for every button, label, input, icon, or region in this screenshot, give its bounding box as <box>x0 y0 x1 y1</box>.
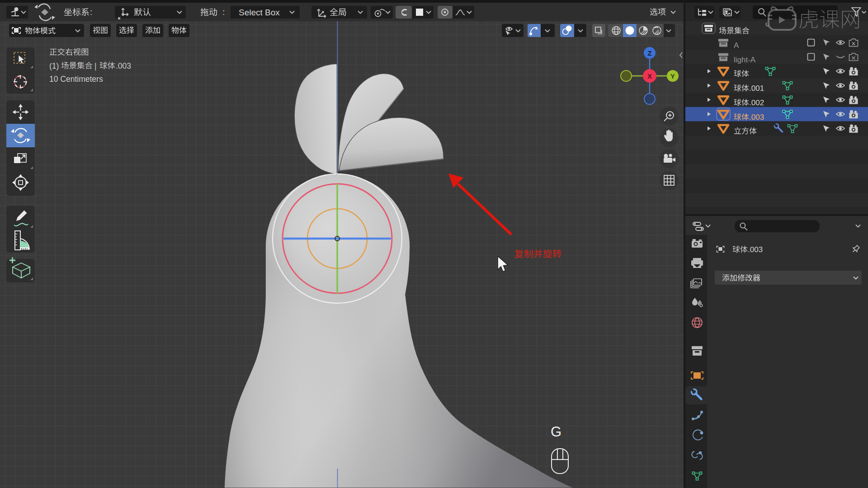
svg-text:G: G <box>551 424 561 440</box>
svg-text:X: X <box>647 72 652 80</box>
svg-text:Z: Z <box>647 49 651 57</box>
svg-text:Y: Y <box>670 72 675 80</box>
